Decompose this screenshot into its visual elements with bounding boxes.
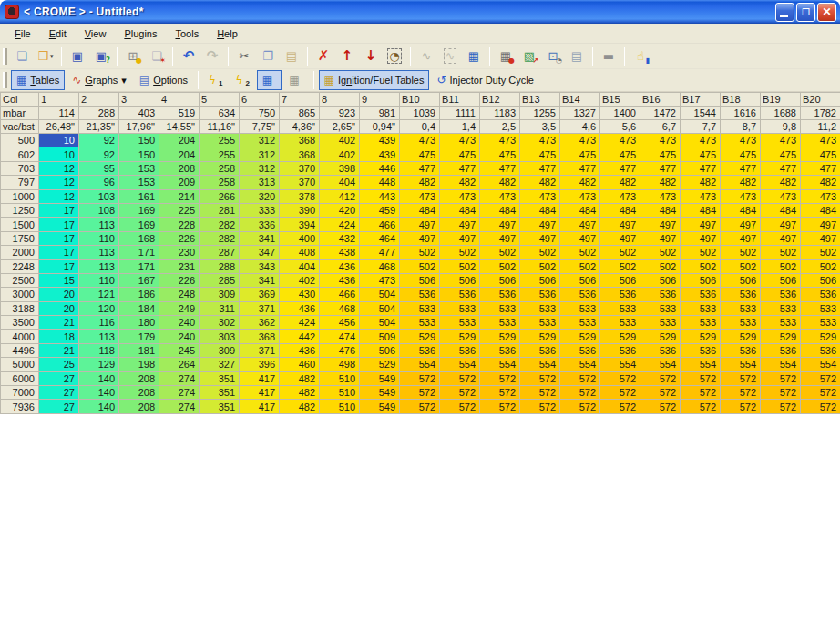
table-cell[interactable]: 536 — [600, 288, 640, 301]
table-cell[interactable]: 506 — [480, 273, 520, 287]
table-cell[interactable]: 208 — [119, 400, 159, 413]
table-cell[interactable]: 482 — [520, 176, 560, 189]
row-header-3188[interactable]: 3188 — [1, 301, 39, 315]
table-cell[interactable]: 506 — [801, 273, 840, 287]
table-cell[interactable]: 536 — [480, 288, 520, 301]
table-cell[interactable]: 436 — [320, 273, 360, 287]
table-cell[interactable]: 549 — [360, 386, 400, 400]
table-cell[interactable]: 572 — [480, 371, 520, 385]
close-rom-button[interactable]: ❏✶ — [146, 46, 168, 66]
table-cell[interactable]: 442 — [280, 330, 320, 343]
table-cell[interactable]: 533 — [520, 301, 560, 315]
table-cell[interactable]: 529 — [480, 330, 520, 343]
table-cell[interactable]: 303 — [200, 330, 240, 343]
table-cell[interactable]: 502 — [761, 246, 801, 259]
table-cell[interactable]: 231 — [159, 259, 200, 273]
table-cell[interactable]: 140 — [79, 386, 119, 400]
table-cell[interactable]: 572 — [560, 386, 600, 400]
rom-chip-button[interactable]: ▬ — [598, 46, 620, 66]
table-cell[interactable]: 529 — [600, 330, 640, 343]
table-cell[interactable]: 533 — [400, 316, 440, 330]
table-cell[interactable]: 240 — [159, 316, 200, 330]
table-cell[interactable]: 400 — [280, 231, 320, 245]
table-cell[interactable]: 473 — [480, 189, 520, 203]
table-cell[interactable]: 169 — [119, 218, 159, 231]
table-cell[interactable]: 21 — [39, 316, 79, 330]
title-bar[interactable]: < CROME > - Untitled* ❐✕ — [0, 0, 840, 24]
table-cell[interactable]: 311 — [200, 301, 240, 315]
table-cell[interactable]: 473 — [600, 189, 640, 203]
table-cell[interactable]: 266 — [200, 189, 240, 203]
row-header-6000[interactable]: 6000 — [1, 371, 39, 385]
col-header-B11[interactable]: B11 — [440, 93, 480, 107]
table-cell[interactable]: 27 — [39, 371, 79, 385]
table-cell[interactable]: 473 — [440, 189, 480, 203]
table-cell[interactable]: 510 — [320, 400, 360, 413]
table-cell[interactable]: 113 — [79, 330, 119, 343]
table-cell[interactable]: 502 — [400, 259, 440, 273]
datalog-button[interactable]: ⊡◔ — [542, 46, 564, 66]
injector-duty-cycle-button[interactable]: ↺Injector Duty Cycle — [431, 70, 538, 90]
table-cell[interactable]: 448 — [360, 176, 400, 189]
table-cell[interactable]: 17 — [39, 218, 79, 231]
table-cell[interactable]: 506 — [560, 273, 600, 287]
table-cell[interactable]: 554 — [600, 358, 640, 371]
table-cell[interactable]: 341 — [240, 231, 280, 245]
table-cell[interactable]: 473 — [400, 189, 440, 203]
table-cell[interactable]: 502 — [440, 259, 480, 273]
table-cell[interactable]: 150 — [119, 134, 159, 147]
table-cell[interactable]: 572 — [640, 371, 681, 385]
table-cell[interactable]: 258 — [200, 161, 240, 175]
table-cell[interactable]: 497 — [640, 231, 681, 245]
table-cell[interactable]: 497 — [681, 218, 721, 231]
table-cell[interactable]: 484 — [400, 203, 440, 217]
col-header-B15[interactable]: B15 — [600, 93, 640, 107]
table-cell[interactable]: 572 — [681, 371, 721, 385]
table-cell[interactable]: 510 — [320, 371, 360, 385]
table-cell[interactable]: 153 — [119, 161, 159, 175]
table-cell[interactable]: 120 — [79, 301, 119, 315]
table-cell[interactable]: 533 — [721, 301, 761, 315]
table-cell[interactable]: 533 — [440, 316, 480, 330]
table-cell[interactable]: 502 — [721, 259, 761, 273]
table-cell[interactable]: 473 — [801, 134, 840, 147]
table-cell[interactable]: 368 — [240, 330, 280, 343]
row-header-1000[interactable]: 1000 — [1, 189, 39, 203]
table-cell[interactable]: 506 — [640, 273, 681, 287]
table-cell[interactable]: 533 — [480, 316, 520, 330]
table-cell[interactable]: 533 — [721, 316, 761, 330]
table-cell[interactable]: 502 — [801, 246, 840, 259]
table-cell[interactable]: 475 — [440, 147, 480, 161]
row-header-1250[interactable]: 1250 — [1, 203, 39, 217]
restore-button[interactable]: ❐ — [796, 3, 815, 22]
table-cell[interactable]: 466 — [360, 218, 400, 231]
table-cell[interactable]: 394 — [280, 218, 320, 231]
table-cell[interactable]: 417 — [240, 400, 280, 413]
table-cell[interactable]: 529 — [400, 330, 440, 343]
table-cell[interactable]: 274 — [159, 371, 200, 385]
table-cell[interactable]: 502 — [640, 246, 681, 259]
table-cell[interactable]: 572 — [681, 386, 721, 400]
table-cell[interactable]: 572 — [761, 400, 801, 413]
table-cell[interactable]: 497 — [480, 231, 520, 245]
col-header-B17[interactable]: B17 — [681, 93, 721, 107]
table-cell[interactable]: 468 — [320, 301, 360, 315]
table-cell[interactable]: 482 — [280, 371, 320, 385]
table-cell[interactable]: 572 — [721, 371, 761, 385]
table-cell[interactable]: 473 — [721, 134, 761, 147]
table-cell[interactable]: 572 — [440, 400, 480, 413]
table-cell[interactable]: 572 — [440, 371, 480, 385]
table-cell[interactable]: 398 — [320, 161, 360, 175]
table-cell[interactable]: 320 — [240, 189, 280, 203]
table-cell[interactable]: 347 — [240, 246, 280, 259]
table-cell[interactable]: 473 — [640, 134, 681, 147]
table-cell[interactable]: 475 — [721, 147, 761, 161]
table-cell[interactable]: 533 — [801, 301, 840, 315]
table-cell[interactable]: 343 — [240, 259, 280, 273]
table-cell[interactable]: 302 — [200, 316, 240, 330]
table-cell[interactable]: 351 — [200, 400, 240, 413]
table-cell[interactable]: 333 — [240, 203, 280, 217]
table-cell[interactable]: 181 — [119, 343, 159, 357]
table-cell[interactable]: 473 — [520, 134, 560, 147]
table-cell[interactable]: 484 — [480, 203, 520, 217]
